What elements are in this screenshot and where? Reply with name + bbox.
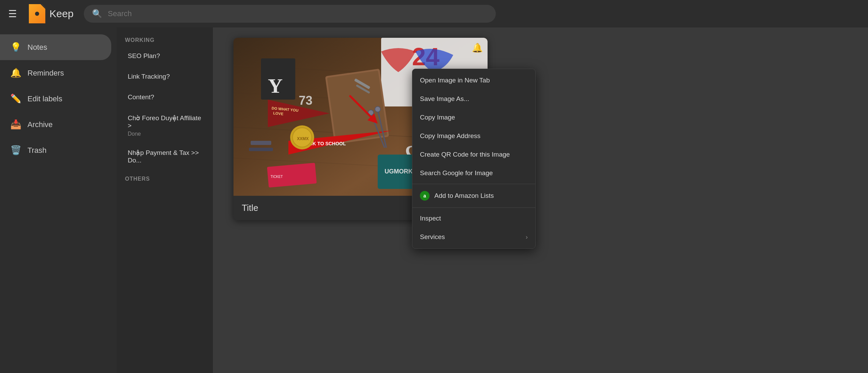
context-menu-services[interactable]: Services › [412, 228, 535, 246]
svg-text:UGMORK: UGMORK [385, 168, 413, 175]
app-title: Keep [49, 8, 73, 20]
sidebar-item-archive[interactable]: 📥 Archive [0, 112, 111, 137]
context-menu-separator-1 [412, 184, 535, 184]
sidebar-item-edit-labels[interactable]: ✏️ Edit labels [0, 86, 111, 112]
services-arrow-icon: › [526, 234, 528, 241]
note-content-area: 🔔 [213, 27, 868, 373]
note-item-title: Content? [128, 93, 202, 101]
list-item[interactable]: Content? [119, 88, 210, 108]
list-item[interactable]: Nhập Payment & Tax >> Do... [119, 143, 210, 171]
search-icon: 🔍 [92, 9, 102, 19]
note-item-snippet: Done [128, 131, 202, 137]
search-bar[interactable]: 🔍 [84, 5, 496, 23]
sidebar: 💡 Notes 🔔 Reminders ✏️ Edit labels 📥 Arc… [0, 27, 117, 373]
inspect-label: Inspect [420, 215, 441, 222]
archive-icon: 📥 [10, 119, 21, 130]
note-item-title: Link Tracking? [128, 73, 202, 80]
svg-rect-35 [249, 148, 273, 151]
app-logo: Keep [29, 4, 77, 23]
add-amazon-label: Add to Amazon Lists [434, 192, 494, 200]
services-label: Services [420, 233, 445, 241]
context-menu-inspect[interactable]: Inspect [412, 209, 535, 228]
notes-icon: 💡 [10, 42, 21, 53]
sidebar-label-trash: Trash [27, 146, 46, 155]
logo-dot [35, 12, 39, 16]
sidebar-label-reminders: Reminders [27, 69, 64, 78]
sidebar-item-trash[interactable]: 🗑️ Trash [0, 137, 111, 163]
section-others: Others [117, 172, 213, 185]
svg-text:73: 73 [299, 93, 312, 108]
svg-point-32 [375, 106, 380, 112]
bell-button[interactable]: 🔔 [472, 43, 483, 53]
context-menu-add-amazon[interactable]: a Add to Amazon Lists [412, 185, 535, 206]
copy-image-label: Copy Image [420, 114, 455, 121]
sidebar-item-reminders[interactable]: 🔔 Reminders [0, 60, 111, 86]
list-item[interactable]: Chờ Foreo Duyệt Affiliate > Done [119, 109, 210, 143]
notes-panel: Working SEO Plan? Link Tracking? Content… [117, 27, 213, 373]
open-new-tab-label: Open Image in New Tab [420, 77, 490, 84]
context-menu-copy-image-address[interactable]: Copy Image Address [412, 127, 535, 145]
create-qr-label: Create QR Code for this Image [420, 151, 510, 158]
keep-logo-icon [29, 4, 45, 23]
reminders-icon: 🔔 [10, 68, 21, 78]
sidebar-label-edit-labels: Edit labels [27, 94, 62, 103]
context-menu-create-qr[interactable]: Create QR Code for this Image [412, 145, 535, 164]
context-menu-copy-image[interactable]: Copy Image [412, 108, 535, 127]
search-google-label: Search Google for Image [420, 169, 493, 177]
context-menu-search-google[interactable]: Search Google for Image [412, 164, 535, 182]
svg-text:XXMX: XXMX [297, 136, 309, 141]
header: ☰ Keep 🔍 [0, 0, 868, 27]
svg-rect-34 [251, 141, 271, 145]
note-item-title: Chờ Foreo Duyệt Affiliate > [128, 114, 202, 129]
context-menu-save-image-as[interactable]: Save Image As... [412, 90, 535, 108]
hamburger-icon[interactable]: ☰ [8, 8, 22, 20]
svg-text:Y: Y [268, 75, 283, 97]
list-item[interactable]: Link Tracking? [119, 67, 210, 87]
copy-image-address-label: Copy Image Address [420, 132, 480, 140]
amazon-icon: a [420, 191, 430, 201]
search-input[interactable] [108, 9, 488, 18]
note-item-title: SEO Plan? [128, 52, 202, 60]
edit-labels-icon: ✏️ [10, 93, 21, 104]
list-item[interactable]: SEO Plan? [119, 47, 210, 67]
context-menu: Open Image in New Tab Save Image As... C… [412, 69, 536, 249]
trash-icon: 🗑️ [10, 145, 21, 156]
save-image-as-label: Save Image As... [420, 95, 469, 103]
section-working: Working [117, 33, 213, 46]
context-menu-open-new-tab[interactable]: Open Image in New Tab [412, 71, 535, 90]
note-item-title: Nhập Payment & Tax >> Do... [128, 149, 202, 164]
context-menu-separator-2 [412, 207, 535, 208]
sidebar-label-archive: Archive [27, 120, 53, 129]
sidebar-item-notes[interactable]: 💡 Notes [0, 34, 111, 60]
svg-text:TICKET: TICKET [271, 175, 283, 179]
sidebar-label-notes: Notes [27, 43, 47, 52]
